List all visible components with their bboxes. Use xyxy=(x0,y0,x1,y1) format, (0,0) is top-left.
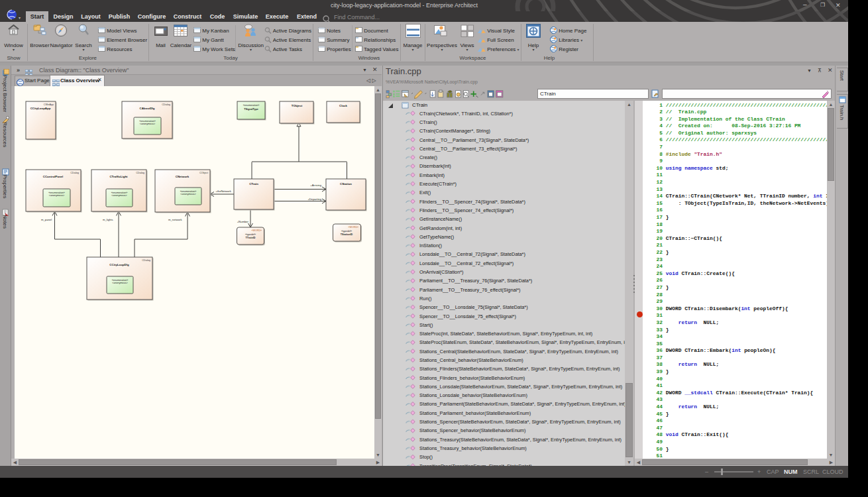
svg-text:+Departing: +Departing xyxy=(307,197,321,201)
svg-text:CCityLoopDlg: CCityLoopDlg xyxy=(109,263,129,266)
svg-text:CTrafficLight: CTrafficLight xyxy=(109,175,128,178)
svg-text:<anonymous>: <anonymous> xyxy=(111,194,127,197)
svg-text:«enumeration»: «enumeration» xyxy=(243,104,260,107)
svg-text:CObject: CObject xyxy=(199,172,208,174)
svg-text:CDialog: CDialog xyxy=(142,259,150,262)
svg-text:CStation: CStation xyxy=(340,182,352,186)
svg-text:«enumeration»: «enumeration» xyxy=(48,192,65,194)
svg-text:«enumeration»: «enumeration» xyxy=(139,120,156,123)
svg-text:+Arriving: +Arriving xyxy=(310,184,321,187)
svg-text:m_panel: m_panel xyxy=(41,218,52,221)
svg-text:m_lights: m_lights xyxy=(103,218,113,221)
svg-text:«enumeration»: «enumeration» xyxy=(111,192,128,194)
svg-text:CCityLoopApp: CCityLoopApp xyxy=(30,107,51,110)
svg-text:+theNetwork: +theNetwork xyxy=(215,190,232,193)
svg-text:CWinApp: CWinApp xyxy=(44,103,54,106)
svg-text:«enumeration»: «enumeration» xyxy=(112,279,129,282)
svg-text:<anonymous>: <anonymous> xyxy=(140,123,155,125)
svg-text:<anonymous>: <anonymous> xyxy=(49,194,64,197)
svg-text:TObject: TObject xyxy=(292,104,303,107)
svg-text:CTrain: CTrain xyxy=(249,182,258,186)
svg-text:TSignalType: TSignalType xyxy=(244,108,258,111)
svg-text:«typedef»: «typedef» xyxy=(245,233,256,236)
svg-text:TTrainID: TTrainID xyxy=(246,237,256,239)
svg-text:Clock: Clock xyxy=(339,104,348,107)
svg-text:CDialog: CDialog xyxy=(162,103,170,106)
svg-text:«enumeration»: «enumeration» xyxy=(180,190,197,193)
svg-text:<anonymous>: <anonymous> xyxy=(180,193,195,195)
svg-text:<anonymous>: <anonymous> xyxy=(112,282,127,284)
svg-text:CNetwork: CNetwork xyxy=(176,175,190,178)
svg-text:CDialog: CDialog xyxy=(70,172,79,174)
svg-text:«typedef»: «typedef» xyxy=(341,230,352,233)
svg-text:+Number: +Number xyxy=(237,220,249,223)
svg-text:CAboutDlg: CAboutDlg xyxy=(140,107,155,110)
svg-text:m_network: m_network xyxy=(168,218,182,221)
svg-text:«WORD»: «WORD» xyxy=(252,229,262,232)
svg-text:TStationID: TStationID xyxy=(341,233,353,236)
svg-text:«WORD»: «WORD» xyxy=(349,226,358,229)
svg-text:CDialog: CDialog xyxy=(136,172,144,174)
svg-text:CControlPanel: CControlPanel xyxy=(43,175,64,178)
